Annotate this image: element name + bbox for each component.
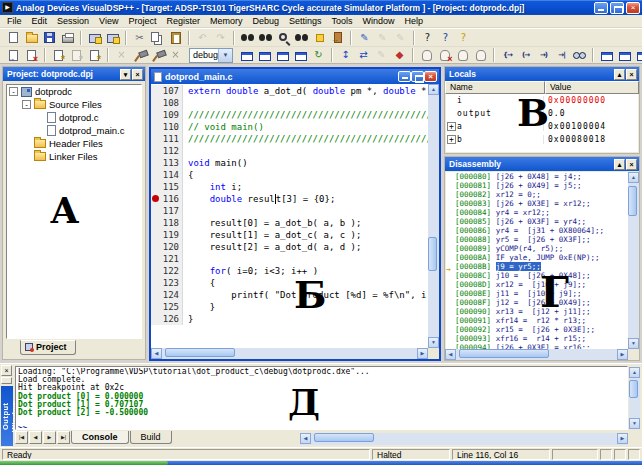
editor-horizontal-scrollbar[interactable]: ◀ ▶ bbox=[151, 348, 428, 359]
scrollbar-thumb[interactable] bbox=[628, 186, 637, 216]
minimize-button[interactable] bbox=[594, 2, 608, 14]
disasm-line[interactable]: [000080] [j26 + 0X48] = j4;; bbox=[446, 172, 628, 181]
pin-icon[interactable]: ◆ bbox=[391, 47, 408, 63]
cut-icon[interactable]: ✂ bbox=[131, 30, 148, 46]
disassembly-horizontal-scrollbar[interactable]: ◀ ▶ bbox=[445, 349, 628, 360]
code-line-110[interactable]: 110// void main() bbox=[151, 121, 428, 133]
close-icon[interactable]: × bbox=[626, 69, 637, 80]
menu-settings[interactable]: Settings bbox=[284, 15, 327, 27]
project-panel-header[interactable]: Project: dotprodc.dpj ▾ × bbox=[3, 67, 145, 81]
breakpoint-margin[interactable] bbox=[151, 277, 161, 289]
tree-item-source-files[interactable]: -Source Files bbox=[7, 98, 141, 111]
breakpoints-window-icon[interactable] bbox=[598, 47, 615, 63]
disasm-line[interactable]: [000092] xr15 = [j26 + 0X3E];; bbox=[446, 325, 628, 334]
disasm-line[interactable]: [000084] yr4 = xr12;; bbox=[446, 208, 628, 217]
undo-icon[interactable]: ↶ bbox=[194, 30, 211, 46]
remove-file-icon[interactable] bbox=[23, 47, 40, 63]
cascade-windows-icon[interactable] bbox=[274, 47, 291, 63]
arrange-windows-icon[interactable] bbox=[292, 47, 309, 63]
scrollbar-thumb[interactable] bbox=[459, 349, 549, 358]
scroll-up-icon[interactable]: ▲ bbox=[629, 367, 640, 378]
paste-icon[interactable] bbox=[167, 30, 184, 46]
tab-build[interactable]: Build bbox=[130, 431, 172, 444]
scroll-down-icon[interactable]: ▼ bbox=[629, 418, 640, 429]
abort-build-icon[interactable]: × bbox=[167, 47, 184, 63]
refresh-windows-icon[interactable]: ↻ bbox=[310, 47, 327, 63]
editor-vertical-scrollbar[interactable]: ▲ ▼ bbox=[428, 84, 439, 348]
editor-title-bar[interactable]: dotprod_main.c × bbox=[151, 69, 439, 84]
code-line-122[interactable]: 122 for( i=0; i<3; i++ ) bbox=[151, 265, 428, 277]
tab-scroll-icon-3[interactable]: ▶| bbox=[57, 431, 70, 444]
tab-scroll-icon-2[interactable]: ▶ bbox=[43, 431, 56, 444]
breakpoint-margin[interactable] bbox=[151, 145, 161, 157]
disasm-line[interactable]: [00008E] j11 = [j10 + j9];; bbox=[446, 289, 628, 298]
rebuild-file-icon[interactable] bbox=[86, 47, 103, 63]
step-into-icon[interactable]: {→ bbox=[499, 47, 516, 63]
new-file-icon[interactable] bbox=[5, 30, 22, 46]
stop-build-icon[interactable]: × bbox=[113, 47, 130, 63]
tree-item-dotprodc[interactable]: -dotprodc bbox=[7, 85, 141, 98]
tree-expander-icon[interactable]: - bbox=[9, 87, 18, 96]
whats-this-icon[interactable]: ? bbox=[437, 30, 454, 46]
scroll-down-icon[interactable]: ▼ bbox=[628, 338, 639, 349]
code-line-113[interactable]: 113void main() bbox=[151, 157, 428, 169]
goto-icon[interactable] bbox=[329, 30, 346, 46]
disasm-line[interactable]: [000091] xfr14 = r12 * r13;; bbox=[446, 316, 628, 325]
code-line-114[interactable]: 114{ bbox=[151, 169, 428, 181]
scroll-right-icon[interactable]: ▶ bbox=[617, 433, 628, 444]
swap-session-icon[interactable]: ⇄ bbox=[355, 47, 372, 63]
tab-scroll-icon-0[interactable]: |◀ bbox=[15, 431, 28, 444]
breakpoint-margin[interactable] bbox=[151, 253, 161, 265]
locals-panel-header[interactable]: Locals ▴ × bbox=[445, 67, 639, 81]
code-line-109[interactable]: 109/////////////////////////////////////… bbox=[151, 109, 428, 121]
scroll-left-icon[interactable]: ◀ bbox=[445, 349, 456, 360]
debug-config-select[interactable]: debug ▼ bbox=[189, 48, 233, 63]
halt-icon[interactable] bbox=[436, 47, 453, 63]
breakpoint-icon[interactable] bbox=[152, 195, 159, 202]
maximize-button[interactable] bbox=[610, 2, 624, 14]
column-header-value[interactable]: Value bbox=[545, 81, 639, 94]
open-file-icon[interactable] bbox=[23, 30, 40, 46]
expand-icon[interactable]: + bbox=[447, 135, 456, 144]
tree-item-linker-files[interactable]: Linker Files bbox=[7, 150, 141, 163]
breakpoint-margin[interactable] bbox=[151, 109, 161, 121]
pin-icon[interactable] bbox=[1, 377, 12, 384]
menu-tools[interactable]: Tools bbox=[327, 15, 358, 27]
disassembly-vertical-scrollbar[interactable]: ▲ ▼ bbox=[628, 172, 639, 349]
breakpoint-margin[interactable] bbox=[151, 217, 161, 229]
breakpoint-margin[interactable] bbox=[151, 157, 161, 169]
breakpoint-margin[interactable] bbox=[151, 181, 161, 193]
close-icon[interactable]: × bbox=[1, 365, 12, 376]
editor-minimize-button[interactable] bbox=[398, 71, 411, 82]
scroll-left-icon[interactable]: ◀ bbox=[151, 348, 162, 359]
context-help-icon[interactable]: ? bbox=[419, 30, 436, 46]
menu-register[interactable]: Register bbox=[161, 15, 205, 27]
disasm-line[interactable]: [00008A] IF yale, JUMP 0xE(NP);; bbox=[446, 253, 628, 262]
help-icon[interactable]: ? bbox=[455, 30, 472, 46]
code-line-116[interactable]: 116 double result[3] = {0}; bbox=[151, 193, 428, 205]
bookmark-icon[interactable] bbox=[311, 30, 328, 46]
breakpoint-margin[interactable] bbox=[151, 97, 161, 109]
breakpoint-margin[interactable] bbox=[151, 289, 161, 301]
connect-session-icon[interactable] bbox=[86, 30, 103, 46]
expand-icon[interactable]: + bbox=[447, 122, 456, 131]
close-icon[interactable]: × bbox=[132, 69, 143, 80]
disasm-line[interactable]: [000089] yCOMP(r4, r5);; bbox=[446, 244, 628, 253]
menu-help[interactable]: Help bbox=[400, 15, 429, 27]
close-icon[interactable]: × bbox=[626, 159, 637, 170]
find-selection-icon[interactable] bbox=[293, 30, 310, 46]
disassembly-panel-header[interactable]: Disassembly ▴ × bbox=[445, 157, 639, 171]
edit-mode-icon[interactable]: ✎ bbox=[356, 30, 373, 46]
code-line-123[interactable]: 123 { bbox=[151, 277, 428, 289]
panel-menu-icon[interactable]: ▴ bbox=[614, 159, 625, 170]
scrollbar-thumb[interactable] bbox=[314, 433, 374, 442]
tree-expander-icon[interactable]: - bbox=[22, 100, 31, 109]
menu-edit[interactable]: Edit bbox=[27, 15, 53, 27]
build-file-icon[interactable] bbox=[68, 47, 85, 63]
disasm-line[interactable]: [000083] [j26 + 0X3E] = xr12;; bbox=[446, 199, 628, 208]
menu-project[interactable]: Project bbox=[123, 15, 161, 27]
run-icon[interactable] bbox=[418, 47, 435, 63]
code-line-125[interactable]: 125 } bbox=[151, 301, 428, 313]
tree-item-header-files[interactable]: Header Files bbox=[7, 137, 141, 150]
disasm-line[interactable]: [00008C] j10 = [j26 + 0X48];; bbox=[446, 271, 628, 280]
